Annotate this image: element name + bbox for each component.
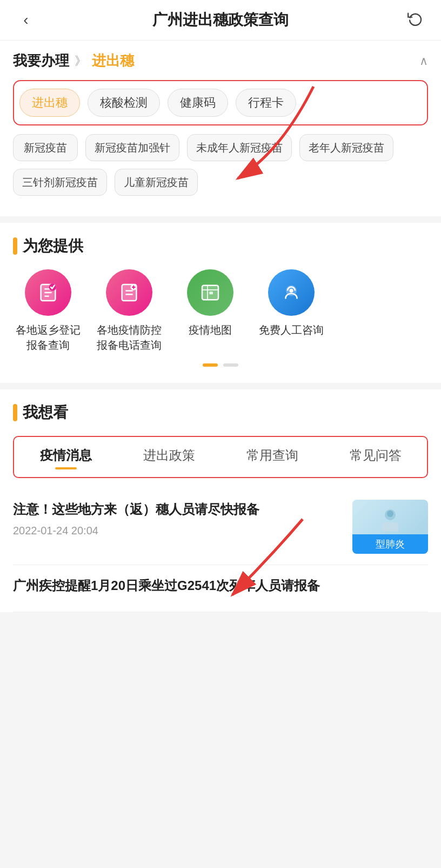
- orange-bar-icon-2: [13, 404, 17, 421]
- tag-jiankangma[interactable]: 健康码: [168, 89, 228, 117]
- tabs-row: 疫情消息 进出政策 常用查询 常见问答: [14, 437, 427, 477]
- news-title-2: 广州疾控提醒1月20日乘坐过G2541次列车人员请报备: [13, 576, 428, 595]
- provide-item-map[interactable]: 疫情地图: [175, 269, 245, 353]
- news-banner: 型肺炎: [352, 534, 428, 554]
- want-title: 我想看: [23, 402, 68, 423]
- map-label: 疫情地图: [189, 322, 232, 337]
- news-date-1: 2022-01-24 20:04: [13, 525, 344, 537]
- app-header: ‹ 广州进出穗政策查询: [0, 0, 441, 41]
- section-header: 我要办理 》 进出穗 ∧: [13, 51, 428, 70]
- dot-2: [223, 363, 238, 367]
- phone-icon: [106, 269, 152, 316]
- tag-xinguanyimiao[interactable]: 新冠疫苗: [13, 134, 78, 161]
- tag-sanzhen[interactable]: 三针剂新冠疫苗: [13, 169, 107, 196]
- tag-ertong[interactable]: 儿童新冠疫苗: [115, 169, 198, 196]
- provide-item-phone[interactable]: 各地疫情防控报备电话查询: [94, 269, 164, 353]
- handle-section: 我要办理 》 进出穗 ∧ 进出穗 核酸检测 健康码 行程卡 新冠疫苗 新冠疫苗加…: [0, 41, 441, 216]
- tab-faq[interactable]: 常见问答: [324, 437, 427, 477]
- tag-laonianren[interactable]: 老年人新冠疫苗: [299, 134, 393, 161]
- tabs-highlight-box: 疫情消息 进出政策 常用查询 常见问答: [13, 436, 428, 478]
- highlighted-tag-row: 进出穗 核酸检测 健康码 行程卡: [13, 80, 428, 125]
- tab-epidemic-news[interactable]: 疫情消息: [14, 437, 117, 477]
- tags-row-2: 三针剂新冠疫苗 儿童新冠疫苗: [13, 169, 428, 196]
- news-item-1[interactable]: 注意！这些地方来（返）穗人员请尽快报备 2022-01-24 20:04 型肺炎: [13, 489, 428, 565]
- news-item-2[interactable]: 广州疾控提醒1月20日乘坐过G2541次列车人员请报备: [13, 565, 428, 612]
- svg-rect-15: [209, 291, 213, 294]
- tab-common-query[interactable]: 常用查询: [220, 437, 324, 477]
- section-highlight: 进出穗: [92, 51, 134, 70]
- want-section: 我想看 疫情消息 进出政策 常用查询 常见问答: [0, 389, 441, 612]
- refresh-button[interactable]: [404, 11, 426, 30]
- orange-bar-icon: [13, 237, 17, 255]
- tag-hejian[interactable]: 核酸检测: [88, 89, 160, 117]
- tag-jinchusu[interactable]: 进出穗: [19, 89, 80, 117]
- svg-point-17: [290, 289, 293, 293]
- dot-1: [203, 363, 218, 367]
- svg-rect-19: [382, 522, 398, 531]
- pagination-dots: [13, 363, 428, 367]
- consult-label: 免费人工咨询: [259, 322, 324, 337]
- section-arrow: 》: [75, 53, 86, 69]
- tab-in-out-policy[interactable]: 进出政策: [117, 437, 220, 477]
- provide-title: 为您提供: [23, 236, 83, 256]
- section-prefix: 我要办理: [13, 51, 69, 70]
- consult-icon: [268, 269, 315, 316]
- provide-item-return[interactable]: 各地返乡登记报备查询: [13, 269, 83, 353]
- collapse-icon[interactable]: ∧: [419, 54, 428, 68]
- page-title: 广州进出穗政策查询: [37, 10, 404, 30]
- news-title-1: 注意！这些地方来（返）穗人员请尽快报备: [13, 500, 344, 519]
- map-icon: [187, 269, 233, 316]
- tags-row-1: 新冠疫苗 新冠疫苗加强针 未成年人新冠疫苗 老年人新冠疫苗: [13, 134, 428, 161]
- tag-weichengnian[interactable]: 未成年人新冠疫苗: [187, 134, 292, 161]
- tag-xingchengka[interactable]: 行程卡: [236, 89, 296, 117]
- svg-point-20: [387, 511, 393, 517]
- return-icon: [25, 269, 71, 316]
- tag-jiaqiang[interactable]: 新冠疫苗加强针: [85, 134, 179, 161]
- provide-grid: 各地返乡登记报备查询 各地疫情防控报备电话查询: [13, 269, 428, 353]
- provide-section: 为您提供 各地返乡登记报备查询: [0, 223, 441, 383]
- news-thumb-1: 型肺炎: [352, 500, 428, 554]
- back-button[interactable]: ‹: [15, 11, 37, 29]
- return-label: 各地返乡登记报备查询: [13, 322, 83, 353]
- provide-item-consult[interactable]: 免费人工咨询: [256, 269, 326, 353]
- phone-label: 各地疫情防控报备电话查询: [94, 322, 164, 353]
